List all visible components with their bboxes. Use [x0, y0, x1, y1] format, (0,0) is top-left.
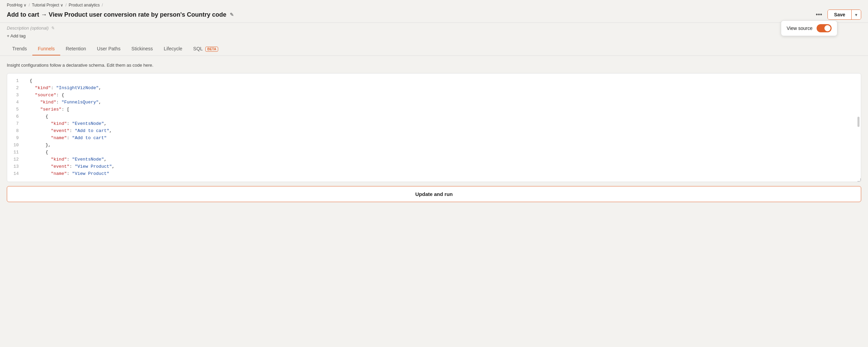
tab-lifecycle[interactable]: Lifecycle — [158, 43, 188, 55]
code-body: 1 2 3 4 5 6 7 8 9 10 11 12 13 14 { "kind… — [7, 73, 861, 182]
more-button[interactable]: ••• — [813, 10, 825, 20]
code-line-4: "kind": "FunnelsQuery", — [30, 99, 855, 106]
update-run-button[interactable]: Update and run — [7, 186, 861, 202]
page-title-text: Add to cart → View Product user conversi… — [7, 11, 226, 18]
tab-stickiness[interactable]: Stickiness — [126, 43, 158, 55]
code-line-1: { — [30, 78, 855, 85]
breadcrumb: PostHog ∨ / Tutorial Project ∨ / Product… — [7, 3, 861, 7]
breadcrumb-product-analytics[interactable]: Product analytics — [69, 3, 100, 7]
code-line-5: "series": [ — [30, 106, 855, 113]
code-line-2: "kind": "InsightVizNode", — [30, 85, 855, 92]
scroll-indicator — [857, 117, 859, 127]
edit-title-icon[interactable]: ✎ — [230, 12, 234, 17]
add-tag-row[interactable]: + Add tag — [0, 33, 868, 43]
view-source-label: View source — [787, 26, 813, 31]
save-dropdown-button[interactable]: ▾ — [851, 10, 861, 19]
save-button-group: Save ▾ — [827, 10, 861, 20]
code-line-14: "name": "View Product" — [30, 170, 855, 178]
code-line-7: "kind": "EventsNode", — [30, 120, 855, 128]
code-line-9: "name": "Add to cart" — [30, 135, 855, 142]
line-numbers: 1 2 3 4 5 6 7 8 9 10 11 12 13 14 — [7, 78, 24, 178]
tab-sql[interactable]: SQL BETA — [188, 43, 224, 56]
top-bar: PostHog ∨ / Tutorial Project ∨ / Product… — [0, 0, 868, 23]
code-line-3: "source": { — [30, 92, 855, 99]
description-row: Description (optional) ✎ — [0, 23, 868, 33]
code-line-6: { — [30, 113, 855, 120]
breadcrumb-tutorial-project[interactable]: Tutorial Project ∨ — [32, 3, 64, 7]
view-source-popup: View source — [781, 20, 837, 36]
code-line-13: "event": "View Product", — [30, 163, 855, 170]
sql-beta-badge: BETA — [205, 47, 218, 52]
tab-trends[interactable]: Trends — [7, 43, 32, 55]
main-content: Insight configurations follow a declarat… — [0, 56, 868, 209]
code-line-8: "event": "Add to cart", — [30, 128, 855, 135]
code-line-10: }, — [30, 142, 855, 149]
page-title: Add to cart → View Product user conversi… — [7, 11, 234, 18]
breadcrumb-posthog[interactable]: PostHog ∨ — [7, 3, 27, 7]
tab-user-paths[interactable]: User Paths — [92, 43, 126, 55]
resize-handle[interactable] — [857, 178, 861, 182]
tab-retention[interactable]: Retention — [60, 43, 92, 55]
code-line-11: { — [30, 149, 855, 156]
code-lines: { "kind": "InsightVizNode", "source": { … — [24, 78, 861, 178]
top-actions: ••• Save ▾ — [813, 10, 861, 20]
save-button[interactable]: Save — [828, 10, 851, 19]
description-placeholder[interactable]: Description (optional) — [7, 26, 49, 31]
tabs-bar: Trends Funnels Retention User Paths Stic… — [0, 43, 868, 56]
add-tag-label: + Add tag — [7, 33, 26, 38]
code-line-12: "kind": "EventsNode", — [30, 156, 855, 163]
info-text: Insight configurations follow a declarat… — [7, 63, 861, 68]
edit-description-icon[interactable]: ✎ — [51, 26, 54, 31]
update-run-bar: Update and run — [7, 186, 861, 202]
code-editor[interactable]: 1 2 3 4 5 6 7 8 9 10 11 12 13 14 { "kind… — [7, 73, 861, 182]
tab-funnels[interactable]: Funnels — [32, 43, 60, 55]
view-source-toggle[interactable] — [817, 24, 832, 32]
title-row: Add to cart → View Product user conversi… — [7, 10, 861, 20]
